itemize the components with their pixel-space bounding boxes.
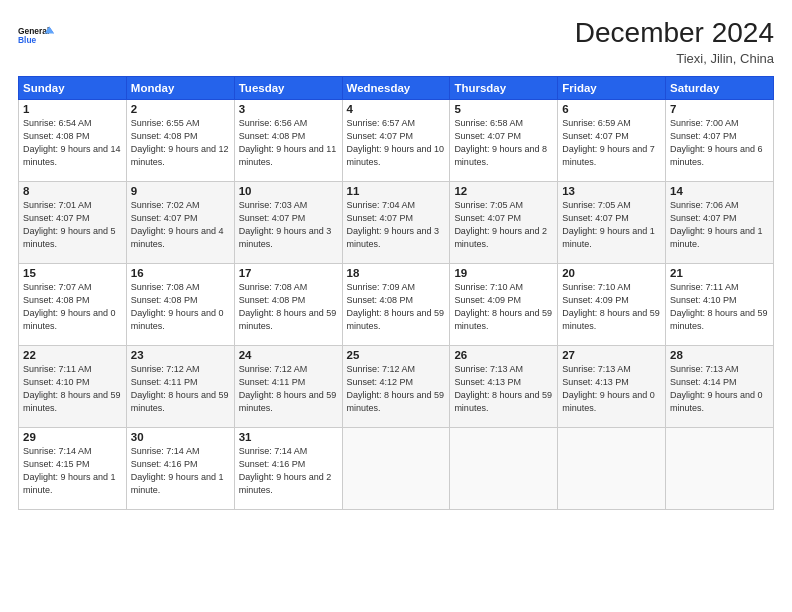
svg-text:Blue: Blue (18, 35, 37, 45)
calendar-cell: 23 Sunrise: 7:12 AM Sunset: 4:11 PM Dayl… (126, 345, 234, 427)
calendar-cell: 22 Sunrise: 7:11 AM Sunset: 4:10 PM Dayl… (19, 345, 127, 427)
day-number: 13 (562, 185, 661, 197)
calendar-cell (666, 427, 774, 509)
calendar-cell: 21 Sunrise: 7:11 AM Sunset: 4:10 PM Dayl… (666, 263, 774, 345)
page: General Blue December 2024 Tiexi, Jilin,… (0, 0, 792, 612)
day-info: Sunrise: 7:13 AM Sunset: 4:13 PM Dayligh… (562, 363, 661, 415)
day-info: Sunrise: 6:54 AM Sunset: 4:08 PM Dayligh… (23, 117, 122, 169)
day-number: 10 (239, 185, 338, 197)
calendar-table: Sunday Monday Tuesday Wednesday Thursday… (18, 76, 774, 510)
calendar-cell: 31 Sunrise: 7:14 AM Sunset: 4:16 PM Dayl… (234, 427, 342, 509)
day-number: 24 (239, 349, 338, 361)
calendar-cell (558, 427, 666, 509)
day-number: 27 (562, 349, 661, 361)
calendar-cell: 2 Sunrise: 6:55 AM Sunset: 4:08 PM Dayli… (126, 99, 234, 181)
day-info: Sunrise: 7:14 AM Sunset: 4:16 PM Dayligh… (239, 445, 338, 497)
calendar-row: 1 Sunrise: 6:54 AM Sunset: 4:08 PM Dayli… (19, 99, 774, 181)
day-number: 2 (131, 103, 230, 115)
col-friday: Friday (558, 76, 666, 99)
day-info: Sunrise: 7:14 AM Sunset: 4:16 PM Dayligh… (131, 445, 230, 497)
day-number: 5 (454, 103, 553, 115)
day-info: Sunrise: 7:11 AM Sunset: 4:10 PM Dayligh… (23, 363, 122, 415)
day-number: 25 (347, 349, 446, 361)
calendar-cell: 24 Sunrise: 7:12 AM Sunset: 4:11 PM Dayl… (234, 345, 342, 427)
col-saturday: Saturday (666, 76, 774, 99)
day-number: 29 (23, 431, 122, 443)
calendar-cell: 20 Sunrise: 7:10 AM Sunset: 4:09 PM Dayl… (558, 263, 666, 345)
svg-text:General: General (18, 26, 49, 36)
calendar-cell: 3 Sunrise: 6:56 AM Sunset: 4:08 PM Dayli… (234, 99, 342, 181)
day-info: Sunrise: 7:12 AM Sunset: 4:11 PM Dayligh… (131, 363, 230, 415)
calendar-row: 29 Sunrise: 7:14 AM Sunset: 4:15 PM Dayl… (19, 427, 774, 509)
day-number: 9 (131, 185, 230, 197)
calendar-cell: 1 Sunrise: 6:54 AM Sunset: 4:08 PM Dayli… (19, 99, 127, 181)
calendar-cell: 11 Sunrise: 7:04 AM Sunset: 4:07 PM Dayl… (342, 181, 450, 263)
calendar-cell: 13 Sunrise: 7:05 AM Sunset: 4:07 PM Dayl… (558, 181, 666, 263)
calendar-cell (342, 427, 450, 509)
day-number: 19 (454, 267, 553, 279)
day-info: Sunrise: 6:59 AM Sunset: 4:07 PM Dayligh… (562, 117, 661, 169)
col-wednesday: Wednesday (342, 76, 450, 99)
day-number: 22 (23, 349, 122, 361)
calendar-cell: 12 Sunrise: 7:05 AM Sunset: 4:07 PM Dayl… (450, 181, 558, 263)
calendar-cell: 5 Sunrise: 6:58 AM Sunset: 4:07 PM Dayli… (450, 99, 558, 181)
day-info: Sunrise: 7:02 AM Sunset: 4:07 PM Dayligh… (131, 199, 230, 251)
calendar-cell: 4 Sunrise: 6:57 AM Sunset: 4:07 PM Dayli… (342, 99, 450, 181)
title-block: December 2024 Tiexi, Jilin, China (575, 18, 774, 66)
header: General Blue December 2024 Tiexi, Jilin,… (18, 18, 774, 66)
header-row: Sunday Monday Tuesday Wednesday Thursday… (19, 76, 774, 99)
day-info: Sunrise: 6:56 AM Sunset: 4:08 PM Dayligh… (239, 117, 338, 169)
day-number: 6 (562, 103, 661, 115)
day-info: Sunrise: 7:03 AM Sunset: 4:07 PM Dayligh… (239, 199, 338, 251)
day-number: 28 (670, 349, 769, 361)
day-number: 18 (347, 267, 446, 279)
day-info: Sunrise: 7:11 AM Sunset: 4:10 PM Dayligh… (670, 281, 769, 333)
day-number: 31 (239, 431, 338, 443)
calendar-cell: 9 Sunrise: 7:02 AM Sunset: 4:07 PM Dayli… (126, 181, 234, 263)
day-number: 11 (347, 185, 446, 197)
calendar-cell: 26 Sunrise: 7:13 AM Sunset: 4:13 PM Dayl… (450, 345, 558, 427)
day-info: Sunrise: 7:05 AM Sunset: 4:07 PM Dayligh… (562, 199, 661, 251)
month-title: December 2024 (575, 18, 774, 49)
day-info: Sunrise: 7:10 AM Sunset: 4:09 PM Dayligh… (562, 281, 661, 333)
day-number: 14 (670, 185, 769, 197)
day-info: Sunrise: 7:08 AM Sunset: 4:08 PM Dayligh… (239, 281, 338, 333)
day-number: 1 (23, 103, 122, 115)
day-number: 20 (562, 267, 661, 279)
day-number: 3 (239, 103, 338, 115)
calendar-cell: 15 Sunrise: 7:07 AM Sunset: 4:08 PM Dayl… (19, 263, 127, 345)
day-info: Sunrise: 7:01 AM Sunset: 4:07 PM Dayligh… (23, 199, 122, 251)
day-info: Sunrise: 7:12 AM Sunset: 4:11 PM Dayligh… (239, 363, 338, 415)
col-thursday: Thursday (450, 76, 558, 99)
day-info: Sunrise: 6:55 AM Sunset: 4:08 PM Dayligh… (131, 117, 230, 169)
calendar-cell (450, 427, 558, 509)
day-number: 23 (131, 349, 230, 361)
calendar-cell: 29 Sunrise: 7:14 AM Sunset: 4:15 PM Dayl… (19, 427, 127, 509)
day-info: Sunrise: 6:58 AM Sunset: 4:07 PM Dayligh… (454, 117, 553, 169)
calendar-cell: 18 Sunrise: 7:09 AM Sunset: 4:08 PM Dayl… (342, 263, 450, 345)
day-info: Sunrise: 7:09 AM Sunset: 4:08 PM Dayligh… (347, 281, 446, 333)
calendar-cell: 30 Sunrise: 7:14 AM Sunset: 4:16 PM Dayl… (126, 427, 234, 509)
day-number: 4 (347, 103, 446, 115)
calendar-cell: 14 Sunrise: 7:06 AM Sunset: 4:07 PM Dayl… (666, 181, 774, 263)
day-number: 7 (670, 103, 769, 115)
calendar-row: 8 Sunrise: 7:01 AM Sunset: 4:07 PM Dayli… (19, 181, 774, 263)
col-sunday: Sunday (19, 76, 127, 99)
day-info: Sunrise: 7:08 AM Sunset: 4:08 PM Dayligh… (131, 281, 230, 333)
day-info: Sunrise: 7:14 AM Sunset: 4:15 PM Dayligh… (23, 445, 122, 497)
day-number: 8 (23, 185, 122, 197)
day-number: 30 (131, 431, 230, 443)
day-info: Sunrise: 7:13 AM Sunset: 4:14 PM Dayligh… (670, 363, 769, 415)
calendar-body: 1 Sunrise: 6:54 AM Sunset: 4:08 PM Dayli… (19, 99, 774, 509)
day-info: Sunrise: 7:06 AM Sunset: 4:07 PM Dayligh… (670, 199, 769, 251)
day-info: Sunrise: 7:13 AM Sunset: 4:13 PM Dayligh… (454, 363, 553, 415)
calendar-row: 22 Sunrise: 7:11 AM Sunset: 4:10 PM Dayl… (19, 345, 774, 427)
calendar-cell: 8 Sunrise: 7:01 AM Sunset: 4:07 PM Dayli… (19, 181, 127, 263)
day-info: Sunrise: 7:10 AM Sunset: 4:09 PM Dayligh… (454, 281, 553, 333)
calendar-cell: 17 Sunrise: 7:08 AM Sunset: 4:08 PM Dayl… (234, 263, 342, 345)
day-number: 16 (131, 267, 230, 279)
calendar-cell: 19 Sunrise: 7:10 AM Sunset: 4:09 PM Dayl… (450, 263, 558, 345)
day-number: 15 (23, 267, 122, 279)
location: Tiexi, Jilin, China (575, 51, 774, 66)
calendar-cell: 28 Sunrise: 7:13 AM Sunset: 4:14 PM Dayl… (666, 345, 774, 427)
